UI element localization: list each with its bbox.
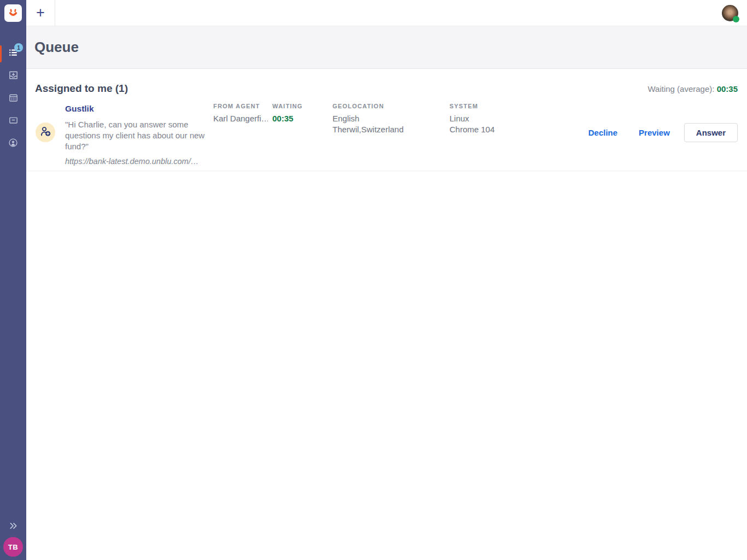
visitor-name[interactable]: Gustlik [65, 104, 207, 114]
visitor-message: "Hi Charlie, can you answer some questio… [65, 119, 207, 152]
answer-button[interactable]: Answer [684, 123, 738, 142]
calendar-icon [8, 92, 19, 105]
active-indicator [0, 45, 2, 62]
waiting-value: 00:35 [272, 113, 302, 124]
page-header: Queue [26, 26, 747, 69]
column-system: SYSTEM Linux Chrome 104 [450, 103, 495, 135]
visitor-avatar [36, 122, 55, 142]
chevron-double-right-icon [9, 522, 18, 532]
system-label: SYSTEM [450, 103, 495, 109]
person-circle-icon [8, 137, 19, 150]
waiting-average: Waiting (average): 00:35 [647, 84, 738, 94]
agent-photo-avatar[interactable] [722, 5, 738, 21]
queue-item-actions: Decline Preview Answer [588, 123, 738, 142]
sidebar-item-inbox[interactable] [0, 65, 26, 88]
preview-button[interactable]: Preview [639, 128, 670, 137]
sidebar-item-queue[interactable]: 1 [0, 43, 26, 65]
unblu-smiley-icon [6, 5, 20, 21]
queue-count-badge: 1 [14, 43, 23, 52]
row-divider [26, 171, 747, 171]
decline-button[interactable]: Decline [588, 128, 617, 137]
column-geolocation: GEOLOCATION English Therwil,Switzerland [332, 103, 404, 135]
topbar: + [26, 0, 747, 26]
person-add-icon [39, 125, 52, 140]
waiting-average-value: 00:35 [717, 84, 738, 94]
from-agent-label: FROM AGENT [213, 103, 268, 109]
sidebar-item-visitors[interactable] [0, 132, 26, 155]
archive-drawer-icon [8, 115, 19, 127]
geolocation-label: GEOLOCATION [332, 103, 404, 109]
from-agent-value: Karl Dangerfi… [213, 113, 268, 124]
tab-divider [55, 0, 55, 26]
visitor-summary: Gustlik "Hi Charlie, can you answer some… [65, 104, 207, 166]
visitor-page-url: https://bank-latest.demo.unblu.com/… [65, 157, 207, 166]
geolocation-place: Therwil,Switzerland [332, 124, 404, 135]
waiting-average-label: Waiting (average): [647, 84, 714, 94]
section-title: Assigned to me (1) [35, 83, 128, 95]
queue-content: Assigned to me (1) Waiting (average): 00… [26, 69, 747, 171]
online-status-dot [733, 16, 739, 22]
column-waiting: WAITING 00:35 [272, 103, 302, 124]
sidebar-nav: 1 [0, 43, 26, 155]
column-from-agent: FROM AGENT Karl Dangerfi… [213, 103, 268, 124]
agent-initials-avatar[interactable]: TB [3, 537, 23, 557]
section-header: Assigned to me (1) Waiting (average): 00… [26, 69, 747, 95]
page-title: Queue [34, 39, 79, 56]
new-tab-button[interactable]: + [26, 0, 55, 26]
system-os: Linux [450, 113, 495, 124]
sidebar-item-archive[interactable] [0, 110, 26, 132]
sidebar-item-calendar[interactable] [0, 88, 26, 110]
waiting-label: WAITING [272, 103, 302, 109]
inbox-icon [8, 70, 19, 83]
unblu-logo-button[interactable] [4, 4, 22, 22]
geolocation-language: English [332, 113, 404, 124]
sidebar: 1 [0, 0, 26, 560]
system-browser: Chrome 104 [450, 124, 495, 135]
main-area: + Queue Assigned to me (1) Waiting (aver… [26, 0, 747, 560]
sidebar-expand-button[interactable] [0, 521, 26, 533]
queue-item-row: Gustlik "Hi Charlie, can you answer some… [26, 100, 747, 171]
